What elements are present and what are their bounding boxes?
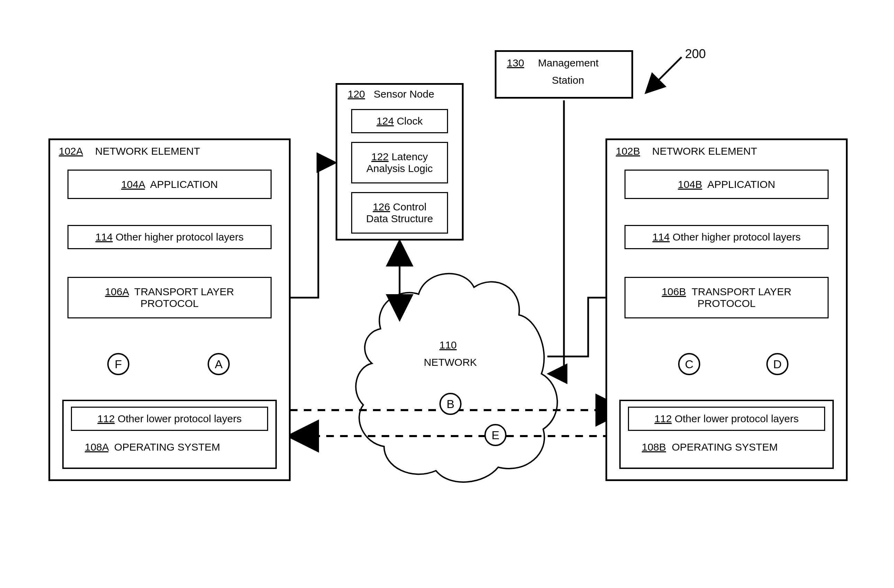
marker-e: E: [484, 424, 506, 446]
marker-c: C: [678, 353, 700, 375]
elemB-transport: 106B TRANSPORT LAYER PROTOCOL: [624, 277, 829, 318]
control-box: 126 Control Data Structure: [351, 192, 448, 234]
elemB-label: NETWORK ELEMENT: [652, 145, 757, 157]
network-element-a: 102A NETWORK ELEMENT 104A APPLICATION 11…: [48, 138, 291, 481]
mgmt-ref: 130: [507, 57, 524, 69]
sensor-label: Sensor Node: [374, 88, 434, 100]
clock-box: 124 Clock: [351, 109, 448, 133]
elemA-os-label: 108A OPERATING SYSTEM: [85, 441, 220, 453]
svg-line-0: [647, 57, 681, 92]
network-ref: 110: [439, 339, 457, 351]
mgmt-label2: Station: [552, 74, 584, 86]
mgmt-label1: Management: [538, 57, 598, 69]
sensor-ref: 120: [348, 88, 365, 100]
figure-number: 200: [685, 47, 706, 61]
elemB-higher: 114 Other higher protocol layers: [624, 225, 829, 249]
sensor-node-box: 120 Sensor Node 124 Clock 122 Latency An…: [335, 83, 464, 240]
marker-a: A: [208, 353, 230, 375]
network-label: NETWORK: [424, 357, 477, 368]
elemB-lower: 112 Other lower protocol layers: [628, 407, 825, 431]
marker-f: F: [107, 353, 129, 375]
marker-d: D: [766, 353, 788, 375]
elemA-transport: 106A TRANSPORT LAYER PROTOCOL: [68, 277, 272, 318]
elemA-label: NETWORK ELEMENT: [95, 145, 200, 157]
elemA-ref: 102A: [59, 145, 83, 157]
elemA-app: 104A APPLICATION: [68, 169, 272, 199]
elemA-higher: 114 Other higher protocol layers: [68, 225, 272, 249]
management-station-box: 130 Management Station: [495, 50, 633, 99]
elemB-ref: 102B: [616, 145, 640, 157]
elemB-app: 104B APPLICATION: [624, 169, 829, 199]
latency-box: 122 Latency Analysis Logic: [351, 142, 448, 183]
elemA-lower: 112 Other lower protocol layers: [71, 407, 268, 431]
marker-b: B: [439, 393, 462, 415]
elemB-os-label: 108B OPERATING SYSTEM: [642, 441, 778, 453]
network-element-b: 102B NETWORK ELEMENT 104B APPLICATION 11…: [606, 138, 848, 481]
